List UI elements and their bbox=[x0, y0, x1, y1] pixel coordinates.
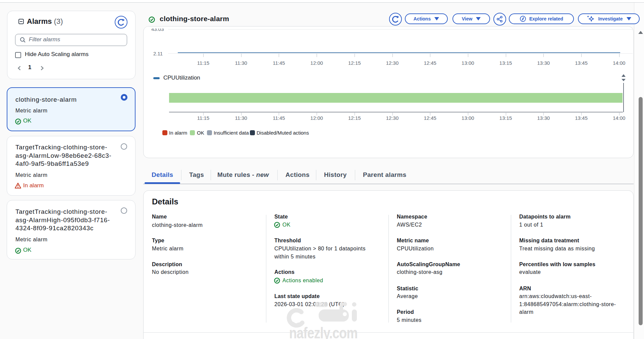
svg-text:nafezly.com: nafezly.com bbox=[289, 324, 358, 339]
